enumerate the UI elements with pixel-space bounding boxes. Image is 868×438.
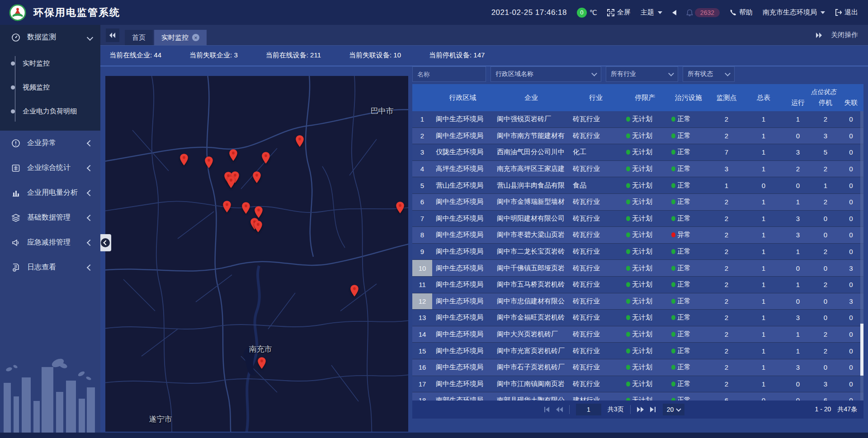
table-row[interactable]: 18南部生态环境局南部县砚华土陶有限公建材行业无计划正常60060 bbox=[412, 392, 863, 400]
last-page-button[interactable] bbox=[650, 407, 656, 412]
table-scrollbar[interactable] bbox=[860, 111, 863, 400]
organization-menu[interactable]: 南充市生态环境局 bbox=[763, 8, 825, 17]
cell-lost: 0 bbox=[839, 227, 863, 243]
cell-run: 3 bbox=[783, 227, 812, 243]
fullscreen-button[interactable]: 全屏 bbox=[607, 8, 631, 17]
table-row[interactable]: 4高坪生态环境局南充市高坪区王家店建砖瓦行业无计划正常31220 bbox=[412, 161, 863, 178]
table-row[interactable]: 15阆中生态环境局阆中市光富页岩机砖厂砖瓦行业无计划正常21120 bbox=[412, 343, 863, 359]
table-row[interactable]: 3仪陇生态环境局西南油气田分公司川中化工无计划正常71350 bbox=[412, 144, 863, 161]
cell-limit-status: 无计划 bbox=[623, 392, 668, 400]
sidebar-group-header-7[interactable]: 日志查看 bbox=[0, 255, 100, 280]
map-pin[interactable] bbox=[241, 202, 250, 217]
cell-company: 阆中市二龙长宝页岩砖 bbox=[493, 244, 569, 260]
map-pin[interactable] bbox=[396, 201, 405, 216]
map-pin[interactable] bbox=[179, 153, 189, 168]
notifications[interactable]: 2632 bbox=[686, 8, 720, 17]
theme-menu[interactable]: 主题 bbox=[641, 8, 662, 17]
previous-page-button[interactable] bbox=[556, 407, 563, 412]
table-row[interactable]: 6阆中生态环境局阆中市金博瑞新型墙材砖瓦行业无计划正常21120 bbox=[412, 194, 863, 211]
table-row[interactable]: 17阆中生态环境局阆中市江南镇阆南页岩砖瓦行业无计划正常21030 bbox=[412, 376, 863, 393]
first-page-button[interactable] bbox=[543, 407, 550, 412]
temperature-badge: 0 bbox=[577, 8, 587, 18]
cell-run: 1 bbox=[783, 326, 812, 343]
cell-run: 1 bbox=[783, 111, 812, 127]
status-dot-icon bbox=[671, 349, 675, 353]
industry-select[interactable]: 所有行业 bbox=[606, 66, 678, 82]
sidebar-item[interactable]: 实时监控 bbox=[0, 52, 100, 75]
tabs-scroll-left-button[interactable] bbox=[106, 28, 119, 42]
sound-toggle[interactable] bbox=[672, 10, 676, 15]
table-row[interactable]: 7阆中生态环境局阆中明阳建材有限公司砖瓦行业无计划正常21300 bbox=[412, 211, 863, 227]
status-dot-icon bbox=[626, 266, 630, 271]
sidebar-group-header-6[interactable]: 应急减排管理 bbox=[0, 230, 100, 255]
double-chevron-right-icon[interactable] bbox=[816, 33, 822, 38]
page-size-select[interactable]: 20 bbox=[663, 404, 685, 415]
phone-icon bbox=[730, 9, 736, 16]
map-pin[interactable] bbox=[229, 149, 238, 164]
cell-facility-status: 正常 bbox=[668, 310, 709, 326]
name-search-input[interactable] bbox=[412, 66, 486, 82]
map-pin[interactable] bbox=[254, 220, 263, 235]
status-dot-icon bbox=[671, 216, 675, 221]
cell-company: 南部县砚华土陶有限公 bbox=[493, 392, 569, 400]
map-pin[interactable] bbox=[222, 200, 231, 215]
page-number-input[interactable]: 1 bbox=[576, 404, 601, 415]
cell-company: 南充市高坪区王家店建 bbox=[493, 161, 569, 177]
sidebar-group-header-4[interactable]: 企业用电量分析 bbox=[0, 180, 100, 205]
map-pin[interactable] bbox=[261, 151, 270, 166]
table-row[interactable]: 16阆中生态环境局阆中市石子页岩机砖厂砖瓦行业无计划正常21300 bbox=[412, 359, 863, 376]
cell-industry: 砖瓦行业 bbox=[569, 310, 623, 326]
status-dot-icon bbox=[626, 282, 630, 287]
map-pin[interactable] bbox=[350, 284, 359, 299]
table-row[interactable]: 5营山生态环境局营山县润丰肉食品有限食品无计划正常10010 bbox=[412, 177, 863, 194]
cell-region: 阆中生态环境局 bbox=[432, 376, 493, 392]
status-dot-icon bbox=[671, 150, 675, 155]
map-pin[interactable] bbox=[204, 156, 213, 171]
sidebar-group-header-3[interactable]: 企业综合统计 bbox=[0, 155, 100, 180]
map-collapse-button[interactable] bbox=[99, 234, 111, 251]
table-row[interactable]: 14阆中生态环境局阆中大兴页岩机砖厂砖瓦行业无计划正常21120 bbox=[412, 326, 863, 343]
cell-company: 阆中市江南镇阆南页岩 bbox=[493, 376, 569, 392]
status-dot-icon bbox=[626, 349, 630, 353]
status-select[interactable]: 所有状态 bbox=[683, 66, 735, 82]
map-pin[interactable] bbox=[295, 135, 304, 150]
close-icon[interactable]: × bbox=[192, 34, 199, 41]
cell-region: 阆中生态环境局 bbox=[432, 277, 493, 293]
row-number: 10 bbox=[412, 260, 432, 276]
cell-run: 1 bbox=[783, 343, 812, 359]
next-page-button[interactable] bbox=[637, 407, 644, 412]
cell-facility-status: 正常 bbox=[668, 161, 709, 177]
tab[interactable]: 实时监控× bbox=[154, 30, 207, 45]
map-pin[interactable] bbox=[257, 357, 266, 372]
table-row[interactable]: 1阆中生态环境局阆中强锐页岩砖厂砖瓦行业无计划正常21120 bbox=[412, 111, 863, 128]
table-row[interactable]: 12阆中生态环境局阆中市忠信建材有限公砖瓦行业无计划正常21003 bbox=[412, 293, 863, 310]
tab[interactable]: 首页 bbox=[125, 30, 153, 45]
close-operations-menu[interactable]: 关闭操作 bbox=[831, 31, 858, 39]
sidebar-group-header-1[interactable]: 数据监测 bbox=[0, 25, 100, 50]
row-number: 1 bbox=[412, 111, 432, 127]
table-row[interactable]: 13阆中生态环境局阆中市金福旺页岩机砖砖瓦行业无计划正常21300 bbox=[412, 310, 863, 326]
table-row[interactable]: 11阆中生态环境局阆中市五马桥页岩机砖砖瓦行业无计划正常21120 bbox=[412, 277, 863, 293]
stat-label: 当前在线设备: bbox=[266, 51, 310, 59]
table-row[interactable]: 8阆中生态环境局阆中市枣碧大梁山页岩砖瓦行业无计划异常21300 bbox=[412, 227, 863, 244]
map-pin[interactable] bbox=[252, 171, 261, 186]
sidebar-item[interactable]: 企业电力负荷明细 bbox=[0, 99, 100, 123]
table-row[interactable]: 10阆中生态环境局阆中千佛镇五郎垭页岩砖瓦行业无计划正常21003 bbox=[412, 260, 863, 277]
row-number: 7 bbox=[412, 211, 432, 227]
cell-monitor: 2 bbox=[709, 343, 744, 359]
stat-label: 当前停机设备: bbox=[429, 51, 473, 59]
scrollbar-thumb[interactable] bbox=[860, 324, 863, 376]
column-header: 总表 bbox=[744, 84, 783, 111]
help-button[interactable]: 帮助 bbox=[730, 8, 753, 17]
cell-company: 阆中大兴页岩机砖厂 bbox=[493, 326, 569, 343]
sidebar-item[interactable]: 视频监控 bbox=[0, 75, 100, 99]
logout-button[interactable]: 退出 bbox=[835, 8, 858, 17]
table-row[interactable]: 2阆中生态环境局阆中市南方节能建材有砖瓦行业无计划正常21030 bbox=[412, 128, 863, 145]
region-select[interactable]: 行政区域名称 bbox=[491, 66, 601, 82]
sidebar-group-header-2[interactable]: 企业异常 bbox=[0, 131, 100, 155]
status-dot-icon bbox=[671, 199, 675, 204]
table-row[interactable]: 9阆中生态环境局阆中市二龙长宝页岩砖砖瓦行业无计划正常21120 bbox=[412, 244, 863, 260]
sidebar-group-header-5[interactable]: 基础数据管理 bbox=[0, 205, 100, 230]
map[interactable]: 巴中市南充市遂宁市 bbox=[105, 76, 408, 432]
map-pin[interactable] bbox=[226, 176, 236, 191]
